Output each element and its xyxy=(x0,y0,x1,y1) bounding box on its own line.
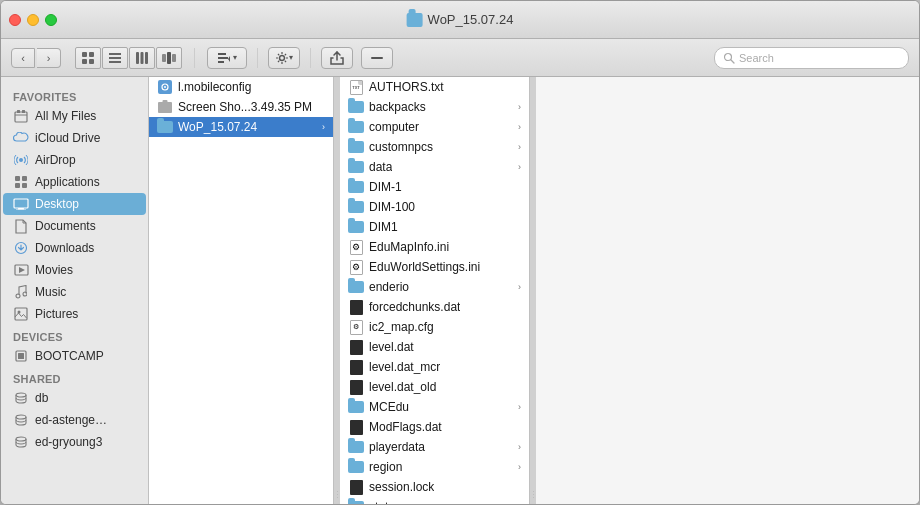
sidebar-item-music[interactable]: Music xyxy=(3,281,146,303)
item-mcedu[interactable]: MCEdu › xyxy=(340,397,529,417)
item-wop-folder[interactable]: WoP_15.07.24 › xyxy=(149,117,333,137)
sidebar-label-desktop: Desktop xyxy=(35,197,79,211)
sidebar-item-all-my-files[interactable]: All My Files xyxy=(3,105,146,127)
sidebar-item-downloads[interactable]: Downloads xyxy=(3,237,146,259)
search-icon xyxy=(723,52,735,64)
item-dim-1[interactable]: DIM-1 xyxy=(340,177,529,197)
region-chevron: › xyxy=(518,462,521,472)
item-label-dim-100: DIM-100 xyxy=(369,200,415,214)
edit-button[interactable] xyxy=(361,47,393,69)
level-mcr-icon xyxy=(348,360,364,374)
item-session-lock[interactable]: session.lock xyxy=(340,477,529,497)
devices-header: DEVICES xyxy=(1,325,148,345)
svg-rect-14 xyxy=(218,57,228,59)
sidebar-item-desktop[interactable]: Desktop xyxy=(3,193,146,215)
columns-area: l.mobileconfig Screen Sho...3.49.35 PM W… xyxy=(149,77,919,504)
sidebar-item-ed-astenge[interactable]: ed-astenge… xyxy=(3,409,146,431)
arrange-button[interactable]: ▾ xyxy=(207,47,247,69)
sidebar-item-applications[interactable]: Applications xyxy=(3,171,146,193)
sidebar-item-movies[interactable]: Movies xyxy=(3,259,146,281)
back-button[interactable]: ‹ xyxy=(11,48,35,68)
item-level-old[interactable]: level.dat_old xyxy=(340,377,529,397)
svg-point-36 xyxy=(23,292,27,296)
sidebar-item-documents[interactable]: Documents xyxy=(3,215,146,237)
item-label-forcedchunks: forcedchunks.dat xyxy=(369,300,460,314)
item-data[interactable]: data › xyxy=(340,157,529,177)
item-authors[interactable]: TXT AUTHORS.txt xyxy=(340,77,529,97)
item-edumapinfo[interactable]: ⚙ EduMapInfo.ini xyxy=(340,237,529,257)
wop-folder-icon xyxy=(157,120,173,134)
action-gear-icon xyxy=(275,51,289,65)
session-lock-icon xyxy=(348,480,364,494)
item-stats[interactable]: stats › xyxy=(340,497,529,504)
item-ic2-map[interactable]: ⚙ ic2_map.cfg xyxy=(340,317,529,337)
item-level[interactable]: level.dat xyxy=(340,337,529,357)
column-view-button[interactable] xyxy=(129,47,155,69)
item-label-enderio: enderio xyxy=(369,280,409,294)
item-mobileconfig[interactable]: l.mobileconfig xyxy=(149,77,333,97)
item-region[interactable]: region › xyxy=(340,457,529,477)
sidebar-label-downloads: Downloads xyxy=(35,241,94,255)
item-enderio[interactable]: enderio › xyxy=(340,277,529,297)
search-box[interactable]: Search xyxy=(714,47,909,69)
item-playerdata[interactable]: playerdata › xyxy=(340,437,529,457)
svg-rect-29 xyxy=(14,199,28,208)
maximize-button[interactable] xyxy=(45,14,57,26)
item-label-session-lock: session.lock xyxy=(369,480,434,494)
item-computer[interactable]: computer › xyxy=(340,117,529,137)
computer-icon xyxy=(348,120,364,134)
icloud-drive-icon xyxy=(13,130,29,146)
close-button[interactable] xyxy=(9,14,21,26)
action-button[interactable]: ▾ xyxy=(268,47,300,69)
item-forcedchunks[interactable]: forcedchunks.dat xyxy=(340,297,529,317)
enderio-chevron: › xyxy=(518,282,521,292)
column-2: TXT AUTHORS.txt backpacks › xyxy=(340,77,530,504)
svg-rect-4 xyxy=(109,53,121,55)
minimize-button[interactable] xyxy=(27,14,39,26)
traffic-lights xyxy=(9,14,57,26)
item-label-computer: computer xyxy=(369,120,419,134)
titlebar-center: WoP_15.07.24 xyxy=(407,12,514,27)
sidebar: FAVORITES All My Files iCloud Drive AirD… xyxy=(1,77,149,504)
sidebar-item-db[interactable]: db xyxy=(3,387,146,409)
item-dim1[interactable]: DIM1 xyxy=(340,217,529,237)
sidebar-item-pictures[interactable]: Pictures xyxy=(3,303,146,325)
stats-icon xyxy=(348,500,364,504)
item-label-edumapinfo: EduMapInfo.ini xyxy=(369,240,449,254)
arrange-chevron: ▾ xyxy=(233,53,237,62)
window-title: WoP_15.07.24 xyxy=(428,12,514,27)
coverflow-view-button[interactable] xyxy=(156,47,182,69)
svg-point-35 xyxy=(16,294,20,298)
svg-rect-15 xyxy=(218,61,224,63)
sidebar-item-ed-gryoung3[interactable]: ed-gryoung3 xyxy=(3,431,146,453)
item-label-level: level.dat xyxy=(369,340,414,354)
item-customnpcs[interactable]: customnpcs › xyxy=(340,137,529,157)
sidebar-label-music: Music xyxy=(35,285,66,299)
forward-button[interactable]: › xyxy=(37,48,61,68)
view-buttons xyxy=(75,47,182,69)
list-view-button[interactable] xyxy=(102,47,128,69)
customnpcs-icon xyxy=(348,140,364,154)
share-button[interactable] xyxy=(321,47,353,69)
icon-view-button[interactable] xyxy=(75,47,101,69)
level-icon xyxy=(348,340,364,354)
item-backpacks[interactable]: backpacks › xyxy=(340,97,529,117)
sidebar-label-documents: Documents xyxy=(35,219,96,233)
toolbar-divider2 xyxy=(257,48,258,68)
item-screenshot[interactable]: Screen Sho...3.49.35 PM xyxy=(149,97,333,117)
item-label-backpacks: backpacks xyxy=(369,100,426,114)
documents-icon xyxy=(13,218,29,234)
sidebar-item-icloud-drive[interactable]: iCloud Drive xyxy=(3,127,146,149)
ed-gryoung3-icon xyxy=(13,434,29,450)
sidebar-label-applications: Applications xyxy=(35,175,100,189)
item-label-mobileconfig: l.mobileconfig xyxy=(178,80,251,94)
item-label-dim-1: DIM-1 xyxy=(369,180,402,194)
icon-view-icon xyxy=(81,51,95,65)
item-eduworldsettings[interactable]: ⚙ EduWorldSettings.ini xyxy=(340,257,529,277)
sidebar-item-airdrop[interactable]: AirDrop xyxy=(3,149,146,171)
item-level-mcr[interactable]: level.dat_mcr xyxy=(340,357,529,377)
item-dim-100[interactable]: DIM-100 xyxy=(340,197,529,217)
data-icon xyxy=(348,160,364,174)
item-modflags[interactable]: ModFlags.dat xyxy=(340,417,529,437)
sidebar-item-bootcamp[interactable]: BOOTCAMP xyxy=(3,345,146,367)
